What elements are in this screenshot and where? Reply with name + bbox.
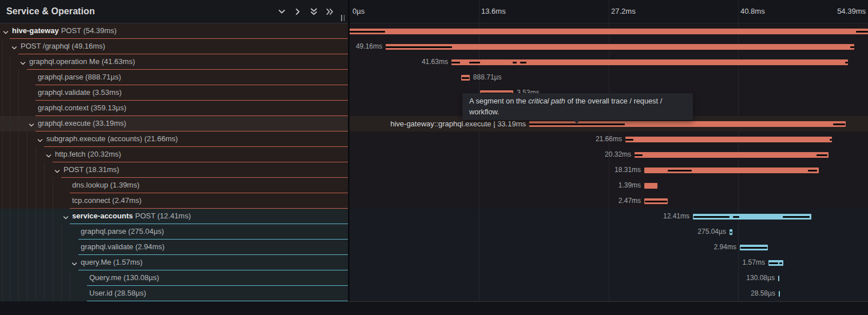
indent-guide: [10, 224, 10, 240]
span-bar[interactable]: [451, 59, 848, 65]
indent-guide: [53, 224, 53, 240]
critical-path-segment: [740, 247, 767, 249]
indent-guide: [27, 209, 27, 224]
indent-guide: [44, 162, 45, 178]
tree-row[interactable]: graphql.operation Me (41.63ms): [0, 54, 348, 70]
tree-row[interactable]: dns.lookup (1.39ms): [0, 178, 348, 193]
tree-row[interactable]: http.fetch (20.32ms): [0, 147, 348, 162]
chevron-down-icon[interactable]: [71, 260, 78, 266]
chevron-right-icon[interactable]: [293, 7, 303, 17]
span-tree: hive-gatewayPOST (54.39ms)POST /graphql …: [0, 23, 348, 301]
timeline-row[interactable]: 1.39ms: [350, 178, 868, 193]
indent-guide: [61, 270, 62, 286]
chevron-down-icon[interactable]: [37, 136, 43, 143]
span-bar[interactable]: [778, 276, 779, 281]
double-chevron-down-icon[interactable]: [309, 7, 319, 17]
indent-guide: [2, 178, 3, 193]
indent-guide: [18, 131, 19, 147]
timeline-row[interactable]: [350, 23, 868, 39]
span-label: graphql.execute (33.19ms): [38, 116, 126, 131]
critical-path-segment: [808, 170, 817, 172]
critical-path-segment: [845, 62, 848, 63]
span-duration-label: 130.08µs: [746, 270, 775, 286]
timeline-row[interactable]: 49.16ms: [350, 39, 868, 54]
tree-row[interactable]: service-accountsPOST (12.41ms): [0, 209, 348, 224]
tree-row[interactable]: graphql.validate (2.94ms): [0, 240, 348, 255]
critical-path-segment: [668, 170, 692, 172]
critical-path-segment: [462, 77, 469, 79]
critical-path-segment: [635, 154, 643, 156]
timeline-row[interactable]: 130.08µs: [350, 270, 868, 286]
row-underline: [87, 301, 348, 301]
tree-row[interactable]: POST (18.31ms): [0, 162, 348, 178]
chevron-down-icon[interactable]: [19, 59, 26, 66]
span-bar[interactable]: [779, 291, 780, 297]
indent-guide: [27, 255, 27, 270]
indent-guide: [2, 209, 3, 224]
indent-guide: [27, 270, 27, 286]
indent-guide: [44, 193, 45, 209]
critical-path-segment: [730, 232, 732, 233]
indent-guide: [2, 193, 3, 209]
indent-guide: [18, 70, 19, 85]
timeline-row[interactable]: 2.94ms: [350, 240, 868, 255]
indent-guide: [35, 193, 36, 209]
tree-row[interactable]: graphql.execute (33.19ms): [0, 116, 348, 131]
timeline-row[interactable]: 12.41ms: [350, 209, 868, 224]
span-bar[interactable]: [386, 44, 854, 50]
timeline-row[interactable]: 20.32ms: [350, 147, 868, 162]
timeline-row[interactable]: 1.57ms: [350, 255, 868, 270]
panel-resize-handle[interactable]: [340, 15, 345, 21]
tree-row[interactable]: graphql.parse (888.71µs): [0, 70, 348, 85]
indent-guide: [27, 162, 27, 178]
tree-row[interactable]: query.Me (1.57ms): [0, 255, 348, 270]
tree-row[interactable]: subgraph.execute (accounts) (21.66ms): [0, 131, 348, 147]
tree-row[interactable]: graphql.context (359.13µs): [0, 101, 348, 116]
indent-guide: [35, 240, 36, 255]
timeline-row[interactable]: 28.58µs: [350, 286, 868, 301]
indent-guide: [18, 240, 19, 255]
timeline-row[interactable]: 275.04µs: [350, 224, 868, 240]
timeline-row[interactable]: 18.31ms: [350, 162, 868, 178]
span-label: tcp.connect (2.47ms): [72, 193, 141, 208]
axis-tick: 27.2ms: [611, 0, 636, 23]
span-bar[interactable]: [350, 29, 868, 34]
chevron-down-icon[interactable]: [28, 121, 35, 127]
chevron-down-icon[interactable]: [62, 213, 69, 220]
chevron-down-icon[interactable]: [11, 43, 18, 50]
tree-row[interactable]: POST /graphql (49.16ms): [0, 39, 348, 54]
tree-row[interactable]: graphql.parse (275.04µs): [0, 224, 348, 240]
span-bar[interactable]: [635, 152, 828, 158]
chevron-down-icon[interactable]: [54, 167, 61, 174]
timeline-row[interactable]: 21.66ms: [350, 131, 868, 147]
indent-guide: [10, 162, 10, 178]
indent-guide: [35, 147, 36, 162]
span-bar[interactable]: [644, 183, 657, 189]
critical-path-segment: [386, 46, 452, 48]
chevron-down-icon[interactable]: [277, 7, 287, 17]
timeline-row[interactable]: 2.47ms: [350, 193, 868, 209]
indent-guide: [2, 39, 3, 54]
timeline-row[interactable]: 888.71µs: [350, 70, 868, 85]
indent-guide: [27, 147, 27, 162]
chevron-down-icon[interactable]: [45, 151, 52, 158]
span-bar[interactable]: [625, 137, 832, 142]
tree-row[interactable]: Query.me (130.08µs): [0, 270, 348, 286]
double-chevron-right-icon[interactable]: [325, 7, 335, 17]
critical-path-segment: [625, 139, 633, 141]
critical-path-segment: [529, 123, 625, 125]
span-duration-label: 1.57ms: [743, 255, 765, 270]
timeline-row[interactable]: 41.63ms: [350, 54, 868, 70]
indent-guide: [2, 162, 3, 178]
span-duration-label: 1.39ms: [619, 178, 641, 193]
tree-row[interactable]: graphql.validate (3.53ms): [0, 85, 348, 101]
tree-row[interactable]: tcp.connect (2.47ms): [0, 193, 348, 209]
indent-guide: [18, 224, 19, 240]
span-label: POST (18.31ms): [64, 162, 119, 177]
indent-guide: [10, 131, 10, 147]
span-label: graphql.parse (888.71µs): [38, 70, 121, 85]
tree-row[interactable]: hive-gatewayPOST (54.39ms): [0, 23, 348, 39]
chevron-down-icon[interactable]: [2, 28, 9, 35]
tooltip-text: A segment on the: [469, 97, 528, 105]
tree-row[interactable]: User.id (28.58µs): [0, 286, 348, 301]
